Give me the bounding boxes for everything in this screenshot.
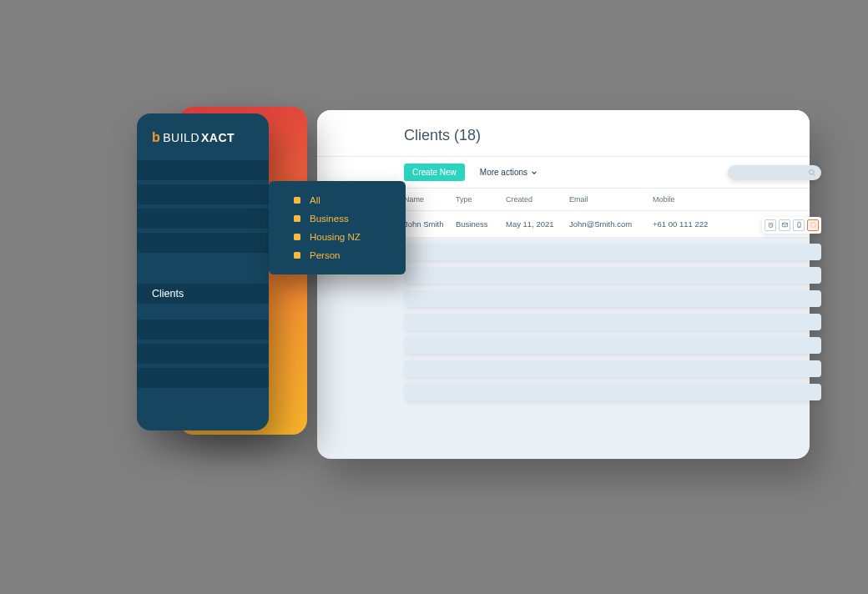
nav-item[interactable] [137,233,269,253]
bullet-icon [294,234,300,240]
nav-item-clients[interactable]: Clients [137,284,269,304]
submenu-item-housing-nz[interactable]: Housing NZ [269,228,406,246]
col-email[interactable]: Email [569,195,653,204]
nav: Clients [137,160,269,388]
logo-icon: b [152,130,160,145]
submenu-label: Person [310,250,340,260]
submenu-item-all[interactable]: All [269,191,406,209]
col-type[interactable]: Type [456,195,506,204]
nav-item[interactable] [137,320,269,340]
svg-line-1 [814,174,815,175]
clients-panel: Clients (18) Create New More actions Nam… [317,110,810,459]
cell-email: John@Smith.com [569,219,653,229]
clients-submenu: All Business Housing NZ Person [269,181,406,274]
reminder-icon[interactable] [765,219,776,231]
col-name[interactable]: Name [404,195,456,204]
placeholder-row [404,360,821,377]
delete-icon[interactable] [807,219,819,231]
row-actions [762,217,821,234]
nav-item-label: Clients [152,288,184,300]
placeholder-row [404,244,821,260]
cell-name: John Smith [404,219,456,229]
sidebar: b BUILDXACT Clients [137,113,269,430]
bullet-icon [294,197,300,204]
nav-item[interactable] [137,344,269,364]
page-title: Clients (18) [317,110,810,157]
submenu-label: All [310,195,320,205]
submenu-label: Housing NZ [310,232,361,242]
col-created[interactable]: Created [506,195,569,204]
mobile-icon[interactable] [793,219,805,231]
logo-text-xact: XACT [201,131,235,144]
chevron-down-icon [531,169,537,176]
placeholder-row [404,290,821,307]
svg-point-6 [810,223,815,228]
cell-created: May 11, 2021 [506,219,569,229]
col-mobile[interactable]: Mobile [653,195,810,204]
submenu-label: Business [310,214,349,224]
svg-point-0 [810,169,815,174]
nav-item[interactable] [137,160,269,180]
bullet-icon [294,252,300,259]
placeholder-row [404,267,821,284]
search-input[interactable] [728,165,821,180]
brand-logo[interactable]: b BUILDXACT [137,113,269,160]
placeholder-row [404,384,821,400]
more-actions-label: More actions [480,168,527,177]
nav-item[interactable] [137,368,269,388]
bullet-icon [294,215,300,222]
create-new-button[interactable]: Create New [404,164,465,181]
search-icon [808,169,816,177]
logo-text-build: BUILD [163,131,199,144]
mail-icon[interactable] [779,219,790,231]
placeholder-row [404,337,821,354]
submenu-item-business[interactable]: Business [269,209,406,228]
svg-rect-3 [782,223,787,227]
placeholder-row [404,314,821,330]
cell-type: Business [456,219,506,229]
more-actions-dropdown[interactable]: More actions [480,168,537,177]
submenu-item-person[interactable]: Person [269,246,406,264]
nav-item[interactable] [137,209,269,229]
nav-item[interactable] [137,184,269,204]
